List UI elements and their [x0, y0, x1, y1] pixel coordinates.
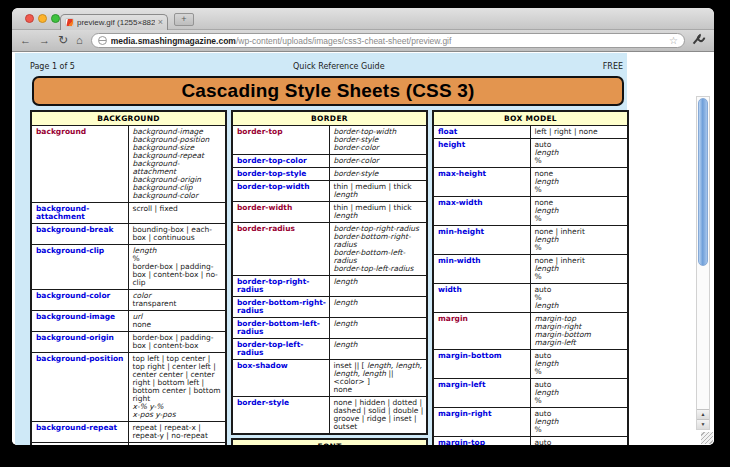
- value-line: length: [535, 236, 626, 244]
- property-values: nonelength%: [531, 168, 628, 196]
- back-icon[interactable]: ←: [20, 35, 31, 46]
- property-values: nonelength%: [531, 197, 628, 225]
- value-line: x-pos y-pos: [133, 411, 224, 419]
- value-segment: %: [535, 185, 542, 194]
- property-values: length: [330, 339, 427, 359]
- vertical-scrollbar[interactable]: ▲ ▼: [696, 96, 710, 430]
- value-line: border-box | padding-box | content-box |…: [133, 263, 224, 287]
- property-name: border-top-left-radius: [233, 339, 330, 359]
- property-name: background-image: [32, 311, 129, 331]
- scrollbar-buttons: ▲ ▼: [697, 409, 709, 429]
- property-values: border-style: [330, 168, 427, 180]
- property-name: box-shadow: [233, 360, 330, 396]
- property-values: autolength%: [531, 379, 628, 407]
- sheet-column-3: BOX MODELfloatleft | right | noneheighta…: [432, 110, 629, 445]
- value-line: auto: [535, 439, 626, 445]
- property-values: autolength%: [531, 139, 628, 167]
- property-values: bounding-box | each-box | continuous: [129, 224, 226, 244]
- value-segment: length: [334, 340, 358, 349]
- value-line: length: [535, 360, 626, 368]
- property-name: border-top-width: [233, 181, 330, 201]
- property-name: background-size: [32, 443, 129, 445]
- value-segment: length: [133, 444, 157, 445]
- value-line: none: [334, 386, 425, 394]
- property-values: autolength%: [531, 437, 628, 445]
- browser-tab[interactable]: preview.gif (1255×882) ×: [60, 14, 168, 30]
- url-text[interactable]: media.smashingmagazine.com/wp-content/up…: [111, 36, 665, 46]
- property-row-border-bottom-left-radius: border-bottom-left-radiuslength: [233, 318, 426, 339]
- property-name: border-radius: [233, 223, 330, 275]
- property-row-background-attachment: background-attachmentscroll | fixed: [32, 203, 225, 224]
- property-name: border-bottom-right-radius: [233, 297, 330, 317]
- value-line: length: [535, 265, 626, 273]
- value-line: %: [535, 186, 626, 194]
- value-segment: border-color: [334, 143, 379, 152]
- value-line: background-color: [133, 192, 224, 200]
- property-row-margin-right: margin-rightautolength%: [434, 408, 627, 437]
- property-row-border-top: border-topborder-top-widthborder-stylebo…: [233, 126, 426, 155]
- property-name: border-width: [233, 202, 330, 222]
- resize-grip-icon[interactable]: [701, 432, 713, 444]
- value-segment: none: [133, 320, 152, 329]
- reload-icon[interactable]: ↻: [58, 35, 68, 46]
- value-line: %: [535, 215, 626, 223]
- sheet-top-line: Page 1 of 5 Quick Reference Guide FREE: [30, 62, 623, 71]
- value-segment: length: [334, 190, 358, 199]
- value-line: length: [535, 178, 626, 186]
- value-line: %: [535, 157, 626, 165]
- value-line: %: [535, 397, 626, 405]
- property-values: inset || [ length, length, length, lengt…: [330, 360, 427, 396]
- value-line: length: [334, 278, 425, 286]
- home-icon[interactable]: ⌂: [76, 35, 83, 46]
- zoom-window-button[interactable]: [51, 14, 60, 23]
- table-border: BORDERborder-topborder-top-widthborder-s…: [231, 110, 428, 435]
- property-name: border-top: [233, 126, 330, 154]
- value-segment: left | right | none: [535, 127, 598, 136]
- property-row-margin-top: margin-topautolength%: [434, 437, 627, 445]
- value-line: length: [334, 341, 425, 349]
- property-row-border-top-style: border-top-styleborder-style: [233, 168, 426, 181]
- address-bar[interactable]: media.smashingmagazine.com/wp-content/up…: [91, 33, 685, 48]
- value-segment: %: [535, 214, 542, 223]
- property-name: max-height: [434, 168, 531, 196]
- scroll-down-icon[interactable]: ▼: [697, 419, 709, 429]
- property-row-margin-bottom: margin-bottomautolength%: [434, 350, 627, 379]
- table-header-border: BORDER: [233, 112, 426, 126]
- property-name: border-top-right-radius: [233, 276, 330, 296]
- tab-title: preview.gif (1255×882): [77, 18, 155, 27]
- property-values: border-color: [330, 155, 427, 167]
- value-line: length: [334, 191, 425, 199]
- minimize-window-button[interactable]: [38, 14, 47, 23]
- close-window-button[interactable]: [25, 14, 34, 23]
- free-label: FREE: [603, 62, 623, 71]
- value-line: left | right | none: [535, 128, 626, 136]
- property-row-border-radius: border-radiusborder-top-right-radiusbord…: [233, 223, 426, 276]
- value-line: %: [535, 368, 626, 376]
- bookmark-star-icon[interactable]: ☆: [669, 36, 678, 46]
- property-row-box-shadow: box-shadowinset || [ length, length, len…: [233, 360, 426, 397]
- new-tab-button[interactable]: +: [174, 13, 194, 26]
- value-line: length: [535, 207, 626, 215]
- forward-icon[interactable]: →: [39, 35, 50, 46]
- table-font: FONTfontfont-stylefont-variantfont-weigh…: [231, 438, 428, 445]
- value-segment: none | hidden | dotted | dashed | solid …: [334, 398, 424, 431]
- property-values: length%auto | cover | contain: [129, 443, 226, 445]
- value-line: length: [334, 320, 425, 328]
- property-row-float: floatleft | right | none: [434, 126, 627, 139]
- value-line: border-top-left-radius: [334, 265, 425, 273]
- property-name: background-origin: [32, 332, 129, 352]
- property-values: repeat | repeat-x | repeat-y | no-repeat: [129, 422, 226, 442]
- scroll-up-icon[interactable]: ▲: [697, 409, 709, 419]
- property-values: length%border-box | padding-box | conten…: [129, 245, 226, 289]
- scrollbar-thumb[interactable]: [698, 98, 708, 266]
- property-row-min-width: min-widthnone | inheritlength%: [434, 255, 627, 284]
- property-values: autolength%: [531, 408, 628, 436]
- wrench-menu-icon[interactable]: [693, 34, 706, 47]
- value-line: %: [535, 426, 626, 434]
- value-segment: %: [535, 272, 542, 281]
- tab-close-icon[interactable]: ×: [158, 18, 163, 27]
- value-segment: length: [334, 211, 358, 220]
- value-segment: border-box | padding-box | content-box |…: [133, 262, 218, 287]
- value-line: scroll | fixed: [133, 205, 224, 213]
- property-row-min-height: min-heightnone | inheritlength%: [434, 226, 627, 255]
